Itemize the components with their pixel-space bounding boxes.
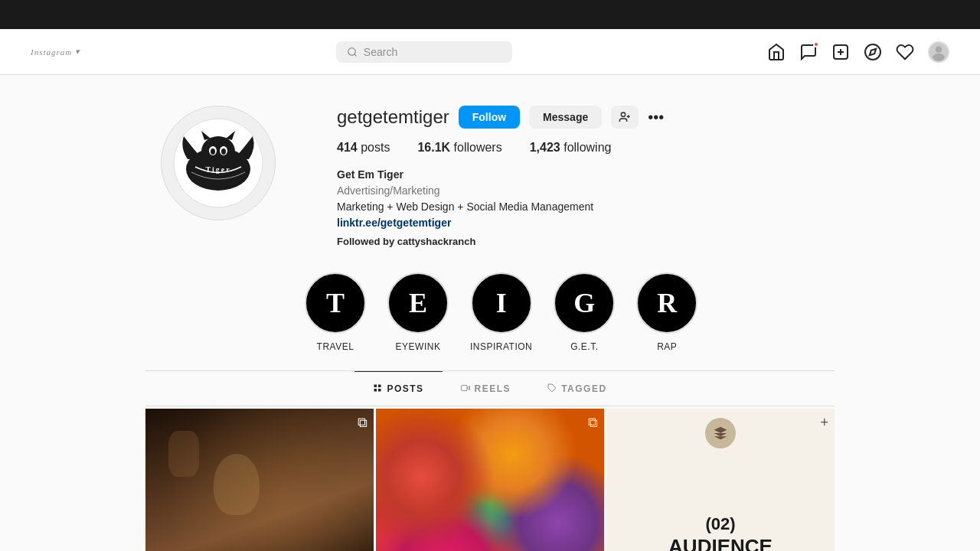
instagram-logo[interactable]: Instagram ▾ [31,47,80,57]
svg-rect-27 [461,385,467,390]
svg-marker-26 [467,386,470,390]
bio-category: Advertising/Marketing [337,183,819,199]
notification-dot [813,41,819,47]
svg-point-4 [865,44,880,60]
highlight-item-eyewink[interactable]: EEYEWINK [387,272,449,352]
more-options-button[interactable]: ••• [648,109,664,126]
post-2-multi-icon: ⧉ [588,415,598,431]
logo-chevron: ▾ [75,47,80,57]
svg-rect-24 [374,389,377,392]
heart-icon[interactable] [896,43,914,61]
profile-stats: 414 posts 16.1K followers 1,423 followin… [337,141,819,155]
tab-tagged[interactable]: TAGGED [529,371,625,406]
svg-point-10 [201,136,235,167]
svg-marker-5 [870,48,876,54]
following-stat[interactable]: 1,423 following [530,141,612,155]
highlight-item-g.e.t.[interactable]: GG.E.T. [554,272,615,352]
highlight-item-inspiration[interactable]: IINSPIRATION [470,272,532,352]
posts-grid: ⧉ ⧉ (02) AUDIENCE how birkos are dressin… [145,409,835,552]
nav-icons-group [767,41,949,63]
post-3-text: (02) AUDIENCE how birkos are dressing li… [668,514,773,551]
posts-tab-icon [373,383,382,395]
profile-avatar: GET EM Tiger [161,106,276,220]
search-input[interactable] [364,46,501,58]
bio-link[interactable]: linktr.ee/getgetemtiger [337,217,451,229]
highlight-label-inspiration: INSPIRATION [470,341,532,352]
followers-stat[interactable]: 16.1K followers [417,141,501,155]
highlight-label-travel: TRAVEL [317,341,354,352]
highlight-label-g.e.t.: G.E.T. [570,341,598,352]
person-add-icon [619,111,631,123]
post-3-icon [705,418,736,448]
post-3-num: (02) [668,514,773,534]
highlight-circle-eyewink: E [387,272,449,334]
add-icon[interactable] [831,43,850,61]
highlight-item-travel[interactable]: TTRAVEL [305,272,366,352]
highlight-circle-g.e.t.: G [554,272,615,334]
bio-name: Get Em Tiger [337,167,819,183]
svg-text:GET EM: GET EM [208,129,229,135]
svg-rect-23 [378,384,381,387]
tagged-tab-label: TAGGED [561,383,606,394]
grid-item-1[interactable]: ⧉ [145,409,374,552]
highlight-item-rap[interactable]: RRAP [636,272,697,352]
reels-tab-icon [461,383,470,395]
bio-description: Marketing + Web Design + Social Media Ma… [337,199,819,215]
reels-tab-label: REELS [475,383,511,394]
profile-info: getgetemtiger Follow Message ••• [337,106,819,249]
highlights-container: TTRAVELEEYEWINKIINSPIRATIONGG.E.T.RRAP [305,272,697,352]
svg-point-6 [936,46,942,53]
search-icon [347,46,358,58]
posts-tab-label: POSTS [387,383,423,394]
navigation: Instagram ▾ [0,29,980,75]
grid-item-3[interactable]: (02) AUDIENCE how birkos are dressing li… [606,409,835,552]
avatar-icon[interactable] [928,41,949,63]
highlight-circle-inspiration: I [471,272,532,334]
add-friend-button[interactable] [611,106,639,129]
svg-point-15 [211,148,215,155]
profile-avatar-image: GET EM Tiger [172,117,264,209]
messenger-icon[interactable] [799,43,818,61]
explore-icon[interactable] [864,43,882,61]
message-button[interactable]: Message [529,106,602,129]
posts-stat: 414 posts [337,141,390,155]
bio-followed-by: Followed by cattyshackranch [337,234,819,249]
follow-button[interactable]: Follow [459,106,520,129]
search-bar[interactable] [336,41,512,63]
post-1-multi-icon: ⧉ [358,415,368,431]
profile-header: GET EM Tiger getgetemtiger Follow Messag… [161,106,819,249]
profile-top-row: getgetemtiger Follow Message ••• [337,106,819,129]
svg-point-19 [622,112,626,116]
tab-reels[interactable]: REELS [443,371,530,406]
post-3-title: AUDIENCE [668,535,773,552]
profile-bio: Get Em Tiger Advertising/Marketing Marke… [337,167,819,249]
tab-posts[interactable]: POSTS [354,371,442,406]
browser-top-bar [0,0,980,29]
profile-username: getgetemtiger [337,106,449,128]
highlight-circle-travel: T [305,272,366,334]
svg-rect-25 [378,389,381,392]
svg-point-7 [933,53,944,60]
profile-section: GET EM Tiger getgetemtiger Follow Messag… [145,75,835,249]
post-3-action-icon: + [820,415,828,431]
home-icon[interactable] [767,43,786,61]
tabs-section: POSTS REELS TAGGED [145,371,835,406]
highlight-label-eyewink: EYEWINK [396,341,441,352]
svg-rect-22 [374,384,377,387]
svg-point-16 [221,148,226,155]
tagged-tab-icon [547,383,557,395]
svg-point-0 [348,47,354,54]
highlights-section: TTRAVELEEYEWINKIINSPIRATIONGG.E.T.RRAP [145,272,835,371]
highlight-circle-rap: R [636,272,697,334]
logo-text: Instagram [31,47,72,57]
grid-item-2[interactable]: ⧉ [376,409,604,552]
highlight-label-rap: RAP [657,341,677,352]
